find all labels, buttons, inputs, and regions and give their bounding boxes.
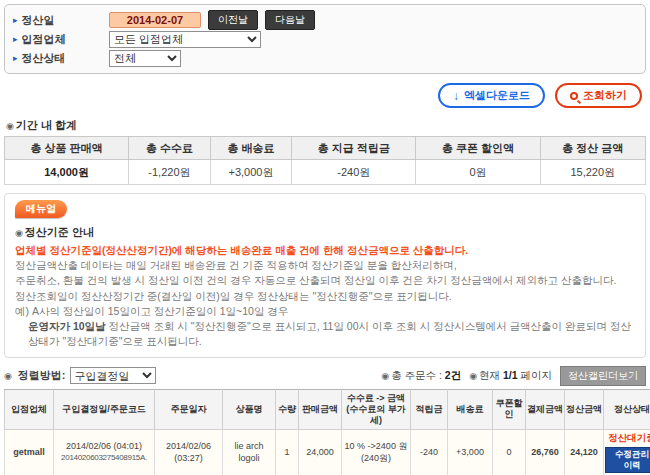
- settlement-calendar-button[interactable]: 정산캘린더보기: [560, 366, 646, 386]
- table-header-row: 입점업체 구입결정일/주문코드 주문일자 상품명 수량 판매금액 수수료 -> …: [5, 389, 650, 430]
- cell-qty: 1: [276, 430, 299, 475]
- summary-header: 총 배송료: [210, 137, 292, 160]
- settlement-status-label: ▸정산상태: [13, 51, 109, 66]
- summary-value: -1,220원: [129, 160, 211, 185]
- bullet-icon: ◉: [4, 371, 12, 381]
- col-settle: 정산금액: [565, 389, 604, 430]
- notice-line: 정산조회일이 정산산정기간 중(결산일 이전)일 경우 정산상태는 "정산진행중…: [15, 289, 635, 304]
- summary-header: 총 쿠폰 할인액: [416, 137, 540, 160]
- form-row-date: ▸정산일 이전날 다음날: [13, 11, 637, 29]
- bullet-icon: ◉: [15, 228, 23, 238]
- notice-line: 정산금액산출 데이타는 매일 거래된 배송완료 건 기준 적용하여 정산기준일 …: [15, 258, 635, 273]
- col-qty: 수량: [276, 389, 299, 430]
- col-sale: 판매금액: [299, 389, 342, 430]
- notice-line: 주문취소, 환불 건의 발생 시 정산일 이전 건의 경우 자동으로 산출되며 …: [15, 273, 635, 288]
- summary-header: 총 수수료: [129, 137, 211, 160]
- cell-shipping: +3,000: [448, 430, 493, 475]
- settlement-search-form: ▸정산일 이전날 다음날 ▸입점업체 모든 입점업체 ▸정산상태 전체: [4, 4, 646, 74]
- col-status: 정산상태: [604, 389, 650, 430]
- next-day-button[interactable]: 다음날: [265, 10, 315, 30]
- col-product: 상품명: [223, 389, 276, 430]
- summary-value: -240원: [292, 160, 416, 185]
- bullet-icon: ◉: [469, 371, 477, 381]
- table-row: getmall 2014/02/06 (04:01)20140206032754…: [5, 430, 650, 475]
- settlement-notice-box: 메뉴얼 ◉정산기준 안내 업체별 정산기준일(정산산정기간)에 해당하는 배송완…: [4, 193, 646, 358]
- bullet-icon: ◉: [381, 371, 389, 381]
- order-count: ◉총 주문수 : 2건: [381, 369, 461, 383]
- cell-status: 정산대기중수정관리이력: [604, 430, 650, 475]
- list-stats: ◉총 주문수 : 2건 ◉현재 1/1 페이지 정산캘린더보기: [381, 366, 646, 386]
- prev-day-button[interactable]: 이전날: [208, 10, 258, 30]
- search-button[interactable]: 조회하기: [555, 83, 642, 108]
- col-reserve: 적립금: [411, 389, 448, 430]
- download-icon: ↓: [453, 89, 459, 103]
- list-control-bar: ◉ 정렬방법: 구입결정일 ◉총 주문수 : 2건 ◉현재 1/1 페이지 정산…: [4, 366, 646, 386]
- cell-vendor: getmall: [5, 430, 54, 475]
- form-row-vendor: ▸입점업체 모든 입점업체: [13, 30, 637, 48]
- bullet-icon: ◉: [6, 121, 14, 131]
- notice-example-line: 운영자가 10일날 정산금액 조회 시 "정산진행중"으로 표시되고, 11일 …: [28, 319, 635, 349]
- cell-coupon: 0: [493, 430, 526, 475]
- col-order-date: 주문일자: [155, 389, 223, 430]
- summary-value: 0원: [416, 160, 540, 185]
- col-vendor: 입점업체: [5, 389, 54, 430]
- cell-reserve: -240: [411, 430, 448, 475]
- sort-select[interactable]: 구입결정일: [70, 367, 156, 384]
- summary-value: 15,220원: [540, 160, 645, 185]
- excel-download-button[interactable]: ↓엑셀다운로드: [438, 83, 545, 108]
- settlement-status-select[interactable]: 전체: [109, 50, 181, 67]
- col-shipping: 배송료: [448, 389, 493, 430]
- manual-badge[interactable]: 메뉴얼: [15, 200, 67, 218]
- summary-value: +3,000원: [210, 160, 292, 185]
- col-coupon: 쿠폰할인: [493, 389, 526, 430]
- col-decision: 구입결정일/주문코드: [54, 389, 155, 430]
- cell-settle: 24,120: [565, 430, 604, 475]
- arrow-icon: ▸: [13, 53, 18, 63]
- vendor-label: ▸입점업체: [13, 32, 109, 47]
- cell-fee: 10 % ->2400 원(240원): [342, 430, 411, 475]
- arrow-icon: ▸: [13, 15, 18, 25]
- search-icon: [570, 92, 578, 100]
- cell-sale: 24,000: [299, 430, 342, 475]
- arrow-icon: ▸: [13, 34, 18, 44]
- vendor-select[interactable]: 모든 입점업체: [109, 31, 261, 48]
- summary-header: 총 지급 적립금: [292, 137, 416, 160]
- cell-order-date: 2014/02/06 (03:27): [155, 430, 223, 475]
- sort-label: 정렬방법:: [18, 368, 66, 383]
- summary-header: 총 정산 금액: [540, 137, 645, 160]
- action-bar: ↓엑셀다운로드 조회하기: [0, 83, 642, 108]
- summary-value-row: 14,000원 -1,220원 +3,000원 -240원 0원 15,220원: [5, 160, 646, 185]
- cell-product: lie arch logoli: [223, 430, 276, 475]
- cell-decision: 2014/02/06 (04:01)2014020603275408915A.: [54, 430, 155, 475]
- col-fee: 수수료 -> 금액(수수료의 부가세): [342, 389, 411, 430]
- sort-control: ◉ 정렬방법: 구입결정일: [4, 367, 156, 384]
- notice-highlight: 업체별 정산기준일(정산산정기간)에 해당하는 배송완료 매출 건에 한해 정산…: [15, 243, 635, 258]
- edit-history-button[interactable]: 수정관리이력: [605, 447, 650, 473]
- col-payment: 결제금액: [526, 389, 565, 430]
- form-row-status: ▸정산상태 전체: [13, 49, 637, 67]
- notice-title: ◉정산기준 안내: [15, 225, 635, 240]
- summary-header-row: 총 상품 판매액 총 수수료 총 배송료 총 지급 적립금 총 쿠폰 할인액 총…: [5, 137, 646, 160]
- cell-payment: 26,760: [526, 430, 565, 475]
- summary-title: ◉기간 내 합계: [6, 118, 644, 133]
- settlement-table: 입점업체 구입결정일/주문코드 주문일자 상품명 수량 판매금액 수수료 -> …: [4, 389, 650, 475]
- notice-line: 예) A사의 정산일이 15일이고 정산기준일이 1일~10일 경우: [15, 304, 635, 319]
- summary-header: 총 상품 판매액: [5, 137, 129, 160]
- settlement-date-label: ▸정산일: [13, 13, 109, 28]
- settlement-date-input[interactable]: [109, 12, 201, 28]
- page-indicator: ◉현재 1/1 페이지: [469, 369, 552, 383]
- summary-table: 총 상품 판매액 총 수수료 총 배송료 총 지급 적립금 총 쿠폰 할인액 총…: [4, 136, 646, 185]
- summary-value: 14,000원: [5, 160, 129, 185]
